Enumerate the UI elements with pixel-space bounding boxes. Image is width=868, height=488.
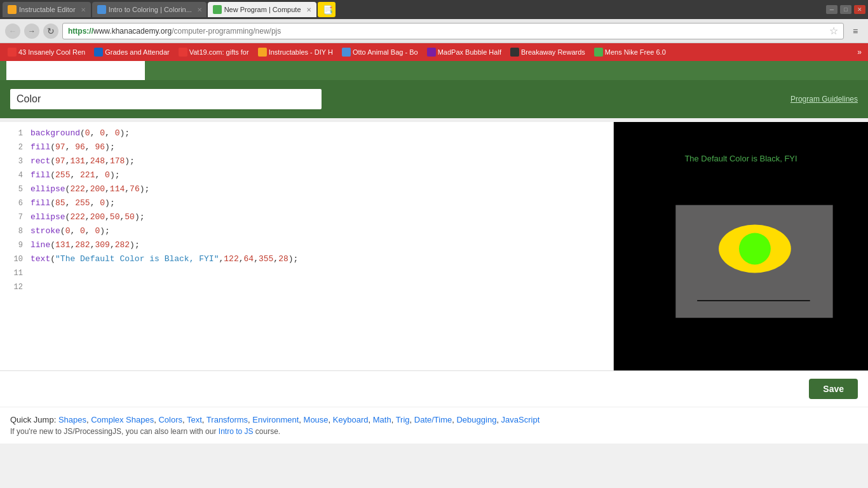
bookmark-item-4[interactable]: Instructables - DIY H bbox=[254, 45, 337, 59]
bookmark-star-icon[interactable]: ☆ bbox=[829, 25, 838, 37]
tab-close-3[interactable]: ✕ bbox=[306, 6, 311, 13]
quick-jump-complex-shapes[interactable]: Complex Shapes bbox=[91, 415, 154, 424]
code-line-11: 11 bbox=[0, 267, 613, 281]
line-num-4: 4 bbox=[0, 170, 31, 181]
quick-jump-text[interactable]: Text bbox=[187, 415, 202, 424]
save-bar: Save bbox=[0, 371, 868, 407]
quick-jump-section: Quick Jump: Shapes, Complex Shapes, Colo… bbox=[0, 407, 868, 444]
bookmark-favicon-2 bbox=[94, 48, 103, 57]
code-line-6: 6 fill(85, 255, 0); bbox=[0, 197, 613, 211]
line-code-10: text("The Default Color is Black, FYI",1… bbox=[31, 253, 613, 266]
code-editor[interactable]: 1 background(0, 0, 0); 2 fill(97, 96, 96… bbox=[0, 122, 614, 370]
bookmark-label-8: Mens Nike Free 6.0 bbox=[605, 48, 666, 56]
forward-button[interactable]: → bbox=[24, 24, 39, 39]
close-btn[interactable]: ✕ bbox=[854, 5, 865, 14]
tab-favicon-3 bbox=[213, 5, 222, 14]
bookmark-favicon-5 bbox=[342, 48, 351, 57]
tab-intro-coloring[interactable]: Intro to Coloring | Colorin... ✕ bbox=[92, 2, 207, 17]
intro-to-js-link[interactable]: Intro to JS bbox=[219, 427, 254, 436]
code-line-12: 12 bbox=[0, 281, 613, 295]
program-guidelines-link[interactable]: Program Guidelines bbox=[790, 95, 858, 104]
save-button[interactable]: Save bbox=[809, 379, 858, 399]
quick-jump-colors[interactable]: Colors bbox=[158, 415, 182, 424]
address-bar[interactable]: https:// www.khanacademy.org /computer-p… bbox=[62, 23, 844, 39]
line-num-1: 1 bbox=[0, 128, 31, 139]
line-code-11 bbox=[31, 267, 613, 280]
quick-jump-javascript[interactable]: JavaScript bbox=[501, 415, 540, 424]
line-code-1: background(0, 0, 0); bbox=[31, 127, 613, 140]
reload-button[interactable]: ↻ bbox=[43, 24, 58, 39]
bookmark-label-2: Grades and Attendar bbox=[105, 48, 170, 56]
line-num-11: 11 bbox=[0, 268, 31, 279]
back-button[interactable]: ← bbox=[5, 24, 20, 39]
quick-jump-debugging[interactable]: Debugging bbox=[456, 415, 496, 424]
program-name-input[interactable] bbox=[10, 89, 322, 109]
line-num-10: 10 bbox=[0, 254, 31, 265]
browser-titlebar: Instructable Editor ✕ Intro to Coloring … bbox=[0, 0, 868, 19]
code-line-3: 3 rect(97,131,248,178); bbox=[0, 155, 613, 169]
quick-jump-environment[interactable]: Environment bbox=[252, 415, 299, 424]
new-user-text: If you're new to JS/ProcessingJS, you ca… bbox=[10, 427, 219, 436]
code-line-9: 9 line(131,282,309,282); bbox=[0, 239, 613, 253]
ka-section-header: COMPUTER PROGRAMMING bbox=[0, 61, 868, 80]
code-line-7: 7 ellipse(222,200,50,50); bbox=[0, 211, 613, 225]
quick-jump-math[interactable]: Math bbox=[373, 415, 391, 424]
quick-jump-trig[interactable]: Trig bbox=[396, 415, 410, 424]
bookmarks-more-icon[interactable]: » bbox=[855, 48, 864, 57]
browser-toolbar: ← → ↻ https:// www.khanacademy.org /comp… bbox=[0, 19, 868, 43]
bookmark-favicon-1 bbox=[8, 48, 17, 57]
address-path: /computer-programming/new/pjs bbox=[172, 27, 281, 36]
bookmark-label-3: Vat19.com: gifts for bbox=[189, 48, 249, 56]
bookmark-item-3[interactable]: Vat19.com: gifts for bbox=[175, 45, 253, 59]
tab-close-2[interactable]: ✕ bbox=[197, 6, 202, 13]
program-name-bar: Program Guidelines bbox=[0, 80, 868, 118]
svg-point-3 bbox=[739, 233, 771, 265]
tab-label-2: Intro to Coloring | Colorin... bbox=[109, 6, 192, 13]
bookmark-item-8[interactable]: Mens Nike Free 6.0 bbox=[590, 45, 670, 59]
minimize-btn[interactable]: ─ bbox=[826, 5, 837, 14]
bookmark-item-7[interactable]: Breakaway Rewards bbox=[506, 45, 589, 59]
line-num-5: 5 bbox=[0, 184, 31, 195]
bookmark-label-5: Otto Animal Bag - Bo bbox=[353, 48, 418, 56]
tab-instructable-editor[interactable]: Instructable Editor ✕ bbox=[3, 2, 91, 17]
tab-new[interactable]: 📑 bbox=[318, 2, 336, 17]
bookmark-item-6[interactable]: MadPax Bubble Half bbox=[423, 45, 505, 59]
line-code-6: fill(85, 255, 0); bbox=[31, 197, 613, 210]
bookmark-item-1[interactable]: 43 Insanely Cool Ren bbox=[4, 45, 89, 59]
ka-header-tab: COMPUTER PROGRAMMING bbox=[6, 61, 145, 80]
canvas-svg: The Default Color is Black, FYI bbox=[614, 122, 868, 370]
section-title: COMPUTER PROGRAMMING bbox=[15, 66, 136, 76]
quick-jump-transforms[interactable]: Transforms bbox=[207, 415, 248, 424]
line-code-5: ellipse(222,200,114,76); bbox=[31, 183, 613, 196]
code-line-10: 10 text("The Default Color is Black, FYI… bbox=[0, 253, 613, 267]
line-num-6: 6 bbox=[0, 198, 31, 209]
line-code-4: fill(255, 221, 0); bbox=[31, 169, 613, 182]
maximize-btn[interactable]: □ bbox=[840, 5, 851, 14]
line-code-9: line(131,282,309,282); bbox=[31, 239, 613, 252]
bookmark-label-6: MadPax Bubble Half bbox=[438, 48, 501, 56]
bookmark-item-2[interactable]: Grades and Attendar bbox=[90, 45, 173, 59]
quick-jump-mouse[interactable]: Mouse bbox=[304, 415, 329, 424]
code-line-8: 8 stroke(0, 0, 0); bbox=[0, 225, 613, 239]
titlebar-controls: ─ □ ✕ bbox=[826, 5, 865, 14]
code-line-5: 5 ellipse(222,200,114,76); bbox=[0, 183, 613, 197]
bookmark-favicon-4 bbox=[258, 48, 267, 57]
line-num-3: 3 bbox=[0, 156, 31, 167]
tab-close-1[interactable]: ✕ bbox=[81, 6, 86, 13]
bookmark-label-4: Instructables - DIY H bbox=[269, 48, 333, 56]
preview-canvas: The Default Color is Black, FYI bbox=[614, 122, 868, 370]
new-user-suffix: course. bbox=[254, 427, 281, 436]
bookmark-item-5[interactable]: Otto Animal Bag - Bo bbox=[338, 45, 422, 59]
quick-jump-shapes[interactable]: Shapes bbox=[58, 415, 86, 424]
tab-label-3: New Program | Compute bbox=[224, 6, 301, 13]
bookmark-favicon-6 bbox=[427, 48, 436, 57]
tab-favicon-2 bbox=[97, 5, 106, 14]
quick-jump-keyboard[interactable]: Keyboard bbox=[333, 415, 369, 424]
quick-jump-row2: If you're new to JS/ProcessingJS, you ca… bbox=[10, 427, 858, 436]
browser-menu-icon[interactable]: ≡ bbox=[848, 24, 863, 39]
line-code-8: stroke(0, 0, 0); bbox=[31, 225, 613, 238]
bookmark-favicon-8 bbox=[594, 48, 603, 57]
quick-jump-datetime[interactable]: Date/Time bbox=[414, 415, 452, 424]
tab-new-program[interactable]: New Program | Compute ✕ bbox=[208, 2, 316, 17]
line-num-7: 7 bbox=[0, 212, 31, 223]
